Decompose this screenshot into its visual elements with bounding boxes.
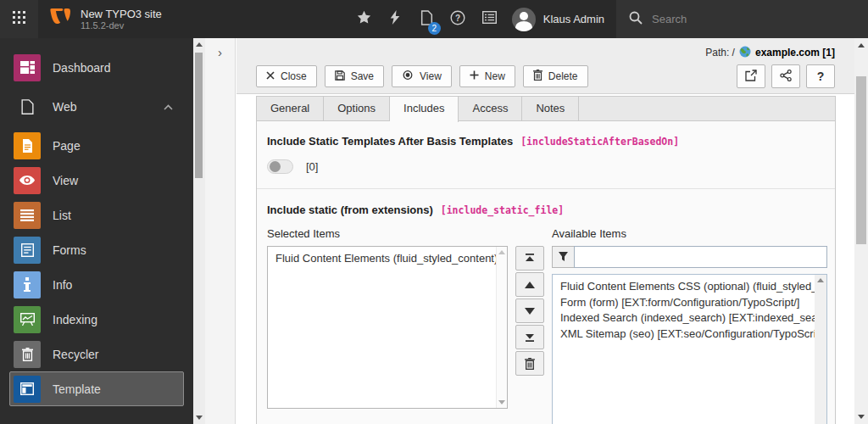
filter-button[interactable] [552, 246, 574, 268]
field-label: Include static (from extensions) [267, 204, 433, 216]
sidebar-group-label: Web [53, 100, 77, 114]
available-items-listbox[interactable]: Fluid Content Elements CSS (optional) (f… [552, 274, 827, 424]
system-information-icon [482, 11, 497, 27]
scrollbar-thumb[interactable] [195, 53, 203, 178]
scroll-down-arrow-icon[interactable] [196, 416, 203, 420]
tab-includes[interactable]: Includes [390, 97, 459, 122]
docheader: Path: / example.com [1] Close Save View [236, 38, 854, 94]
listbox-scrollbar[interactable] [496, 247, 507, 408]
selected-items-column: Selected Items Fluid Content Elements (f… [267, 227, 508, 424]
close-button[interactable]: Close [256, 65, 317, 87]
toggle-row: [0] [267, 159, 825, 174]
scroll-up-arrow-icon[interactable] [196, 42, 203, 47]
search-input[interactable] [650, 12, 855, 26]
tab-general[interactable]: General [257, 97, 324, 120]
sidebar-item-label: Info [53, 278, 72, 292]
sidebar-item-page[interactable]: Page [9, 128, 184, 163]
toolbar-search [616, 0, 868, 38]
user-menu[interactable]: Klaus Admin [505, 0, 616, 38]
new-icon [470, 70, 479, 82]
move-up-icon [525, 282, 535, 288]
scroll-up-arrow-icon[interactable] [817, 278, 824, 282]
scrollbar-thumb[interactable] [856, 76, 866, 244]
module-menu-scrollbar[interactable] [193, 38, 205, 424]
avatar [512, 8, 536, 31]
sidebar-item-template[interactable]: Template [9, 371, 184, 406]
site-title: New TYPO3 site [81, 8, 162, 20]
clear-cache-button[interactable] [380, 0, 411, 38]
docheader-icon-buttons: ? [737, 64, 835, 88]
sidebar-item-view[interactable]: View [9, 163, 184, 198]
available-items-label: Available Items [552, 227, 827, 240]
sidebar-item-forms[interactable]: Forms [9, 232, 184, 267]
available-item[interactable]: XML Sitemap (seo) [EXT:seo/Configuration… [553, 326, 826, 343]
available-item[interactable]: Fluid Content Elements CSS (optional) (f… [553, 279, 826, 295]
remove-icon [525, 358, 535, 370]
breadcrumb: Path: / example.com [1] [256, 43, 835, 62]
brand[interactable]: New TYPO3 site 11.5.2-dev [38, 0, 172, 38]
web-icon [14, 93, 41, 120]
selected-item[interactable]: Fluid Content Elements (fluid_styled_con… [268, 247, 507, 265]
move-to-top-button[interactable] [515, 246, 544, 271]
scroll-down-arrow-icon[interactable] [858, 415, 865, 419]
field-include-static-file: Include static (from extensions)[include… [267, 202, 825, 424]
globe-icon [739, 46, 751, 60]
available-items-list: Fluid Content Elements CSS (optional) (f… [553, 275, 826, 342]
sidebar-item-label: Forms [53, 243, 86, 257]
view-button[interactable]: View [392, 65, 452, 87]
modules-toggle-button[interactable] [0, 0, 38, 38]
scroll-up-arrow-icon[interactable] [498, 250, 505, 254]
filter-funnel-icon [559, 251, 568, 264]
remove-item-button[interactable] [515, 351, 544, 376]
button-label: Delete [548, 70, 578, 82]
available-item[interactable]: Form (form) [EXT:form/Configuration/Typo… [553, 295, 826, 311]
sidebar-item-label: Page [53, 139, 81, 153]
save-button[interactable]: Save [325, 65, 384, 87]
content-scrollbar[interactable] [854, 38, 868, 424]
include-static-after-toggle[interactable] [267, 159, 293, 174]
move-up-button[interactable] [515, 272, 544, 297]
new-button[interactable]: New [459, 65, 515, 87]
sidebar-item-recycler[interactable]: Recycler [9, 337, 184, 371]
filter-row [552, 246, 827, 268]
bookmarks-button[interactable] [348, 0, 380, 38]
move-to-bottom-button[interactable] [515, 325, 544, 349]
tab-panel-includes: Include Static Templates After Basis Tem… [256, 120, 836, 424]
page-path-value: example.com [1] [755, 47, 835, 59]
sidebar-item-indexing[interactable]: Indexing [9, 302, 184, 337]
sidebar-item-info[interactable]: Info [9, 267, 184, 302]
selected-items-label: Selected Items [267, 227, 508, 240]
eye-icon [14, 167, 41, 194]
help-button[interactable]: ? [442, 0, 474, 38]
sidebar-group-web[interactable]: Web [9, 89, 184, 124]
topbar: New TYPO3 site 11.5.2-dev 2 ? [0, 0, 868, 38]
share-button[interactable] [771, 64, 800, 88]
typo3-version: 11.5.2-dev [81, 20, 162, 31]
move-to-bottom-icon [525, 332, 535, 342]
indexing-icon [14, 306, 41, 333]
button-label: Save [351, 70, 374, 82]
scroll-down-arrow-icon[interactable] [498, 400, 505, 404]
expand-pagetree-button[interactable]: › [212, 44, 229, 61]
available-item[interactable]: Indexed Search (indexed_search) [EXT:ind… [553, 310, 826, 326]
move-down-button[interactable] [515, 298, 544, 323]
listbox-scrollbar[interactable] [815, 275, 826, 424]
open-in-new-window-button[interactable] [737, 64, 765, 88]
module-menu: Dashboard Web Page View List [0, 38, 193, 424]
chevron-up-icon [164, 101, 183, 113]
available-items-column: Available Items Fluid Content Elements C… [552, 227, 827, 424]
sidebar-item-dashboard[interactable]: Dashboard [9, 50, 184, 85]
tab-options[interactable]: Options [324, 97, 390, 120]
share-icon [780, 70, 792, 84]
available-items-filter-input[interactable] [574, 246, 827, 268]
delete-button[interactable]: Delete [523, 65, 588, 87]
tab-notes[interactable]: Notes [522, 97, 579, 120]
selected-items-listbox[interactable]: Fluid Content Elements (fluid_styled_con… [267, 246, 508, 409]
sidebar-item-list[interactable]: List [9, 198, 184, 232]
system-information-button[interactable] [474, 0, 505, 38]
scroll-up-arrow-icon[interactable] [858, 43, 865, 47]
svg-text:?: ? [455, 13, 460, 22]
opened-documents-button[interactable]: 2 [411, 0, 442, 38]
help-docheader-button[interactable]: ? [806, 64, 835, 88]
tab-access[interactable]: Access [459, 97, 522, 120]
